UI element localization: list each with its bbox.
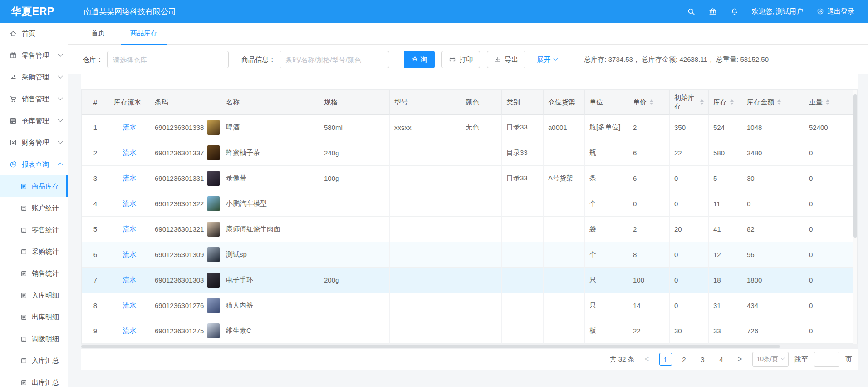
cell-color: 无色 (461, 115, 502, 140)
logout-button[interactable]: 退出登录 (817, 7, 854, 16)
vertical-scrollbar[interactable] (853, 90, 857, 344)
flow-link[interactable]: 流水 (123, 327, 137, 334)
column-header-12[interactable]: 库存 (709, 90, 742, 115)
sidebar-item-6[interactable]: 报表查询 (0, 154, 68, 175)
sort-desc-icon[interactable] (650, 103, 653, 105)
tab-0[interactable]: 首页 (85, 23, 111, 44)
sort-icons[interactable] (826, 99, 829, 105)
sidebar-item-4[interactable]: 仓库管理 (0, 110, 68, 132)
flow-link[interactable]: 流水 (123, 149, 137, 156)
flow-link[interactable]: 流水 (123, 199, 137, 207)
sidebar-subitem-4[interactable]: 销售统计 (0, 263, 68, 284)
sort-desc-icon[interactable] (700, 103, 704, 105)
barcode-value: 6901236301276 (155, 302, 204, 309)
page-button-4[interactable]: 4 (715, 353, 728, 366)
sidebar-subitem-1[interactable]: 账户统计 (0, 197, 68, 219)
cell-unit: 只 (585, 293, 628, 318)
horizontal-scrollbar-thumb[interactable] (81, 345, 780, 348)
pagination-total: 共 32 条 (610, 355, 635, 364)
sidebar-subitem-8[interactable]: 入库汇总 (0, 350, 68, 372)
expand-toggle[interactable]: 展开 (537, 55, 557, 64)
column-header-5: 型号 (390, 90, 461, 115)
page-size-select[interactable]: 10条/页 (752, 352, 789, 367)
next-page-button[interactable]: > (734, 353, 746, 366)
sidebar-item-1[interactable]: 零售管理 (0, 45, 68, 66)
column-label: 重量 (809, 98, 823, 107)
sidebar-item-5[interactable]: 财务管理 (0, 132, 68, 154)
sidebar-item-0[interactable]: 首页 (0, 23, 68, 45)
inventory-table: #库存流水条码名称规格型号颜色类别仓位货架单位单价初始库存库存库存金额重量 1流… (82, 90, 853, 344)
cell-stock: 31 (709, 293, 742, 318)
vertical-scrollbar-thumb[interactable] (853, 94, 857, 238)
cell-spec: 100g (319, 166, 390, 191)
column-header-0: # (82, 90, 109, 115)
flow-link[interactable]: 流水 (123, 276, 137, 283)
sidebar-item-3[interactable]: 销售管理 (0, 88, 68, 110)
sidebar-subitem-2[interactable]: 零售统计 (0, 219, 68, 241)
search-icon[interactable] (687, 8, 695, 15)
sidebar-subitem-0[interactable]: 商品库存 (0, 175, 68, 197)
flow-link[interactable]: 流水 (123, 301, 137, 309)
horizontal-scrollbar[interactable] (81, 344, 858, 349)
product-thumbnail (207, 120, 220, 135)
barcode-cell: 6901236301303 (150, 268, 221, 293)
barcode-cell: 6901236301276 (150, 293, 221, 318)
page-button-1[interactable]: 1 (659, 353, 672, 366)
search-button[interactable]: 查 询 (404, 51, 435, 68)
bell-icon[interactable] (731, 8, 738, 15)
page-button-2[interactable]: 2 (678, 353, 691, 366)
sort-icons[interactable] (730, 99, 734, 105)
column-label: 单价 (633, 98, 647, 107)
flow-link[interactable]: 流水 (123, 250, 137, 258)
column-header-8: 仓位货架 (544, 90, 585, 115)
print-button[interactable]: 打印 (441, 51, 480, 68)
flow-link[interactable]: 流水 (123, 174, 137, 182)
sort-desc-icon[interactable] (826, 103, 829, 105)
chevron-down-icon (58, 74, 63, 79)
sort-icons[interactable] (650, 99, 653, 105)
sidebar-subitem-7[interactable]: 调拨明细 (0, 328, 68, 350)
flow-cell: 流水 (109, 140, 150, 166)
cell-name: 电子手环 (221, 268, 319, 293)
jump-page-input[interactable] (814, 352, 839, 367)
sidebar-subitem-5[interactable]: 入库明细 (0, 284, 68, 306)
sort-icons[interactable] (700, 99, 704, 105)
sort-desc-icon[interactable] (730, 103, 734, 105)
table-row: 1流水6901236301338啤酒580mlxxsxx无色目录33a0001瓶… (82, 115, 853, 140)
column-header-13[interactable]: 库存金额 (742, 90, 804, 115)
product-info-input[interactable] (280, 51, 389, 68)
prev-page-button[interactable]: < (641, 353, 653, 366)
column-header-10[interactable]: 单价 (628, 90, 670, 115)
warehouse-select[interactable] (107, 51, 229, 68)
sort-asc-icon[interactable] (700, 99, 704, 102)
sort-asc-icon[interactable] (650, 99, 653, 102)
barcode-value: 6901236301322 (155, 200, 204, 208)
page-button-3[interactable]: 3 (696, 353, 709, 366)
sidebar-subitem-3[interactable]: 采购统计 (0, 241, 68, 263)
chevron-down-icon (58, 117, 63, 122)
profile-icon (20, 292, 27, 299)
flow-link[interactable]: 流水 (123, 123, 137, 131)
sidebar-subitem-6[interactable]: 出库明细 (0, 306, 68, 328)
sort-asc-icon[interactable] (826, 99, 829, 102)
column-header-11[interactable]: 初始库存 (670, 90, 709, 115)
cell-model (390, 191, 461, 217)
row-index: 8 (82, 293, 109, 318)
column-header-1: 库存流水 (109, 90, 150, 115)
sort-icons[interactable] (777, 99, 781, 105)
sort-asc-icon[interactable] (777, 99, 781, 102)
column-header-14[interactable]: 重量 (804, 90, 853, 115)
cell-shelf (544, 191, 585, 217)
retail-icon (9, 52, 17, 60)
cell-spec: 240g (319, 140, 390, 166)
bank-icon[interactable] (709, 7, 717, 15)
sidebar-subitem-9[interactable]: 出库汇总 (0, 372, 68, 387)
sort-desc-icon[interactable] (777, 103, 781, 105)
cell-amount: 96 (742, 242, 804, 268)
column-label: 规格 (324, 98, 338, 107)
sort-asc-icon[interactable] (730, 99, 734, 102)
flow-link[interactable]: 流水 (123, 225, 137, 233)
export-button[interactable]: 导出 (487, 51, 525, 68)
sidebar-item-2[interactable]: 采购管理 (0, 66, 68, 88)
tab-1[interactable]: 商品库存 (124, 23, 163, 44)
